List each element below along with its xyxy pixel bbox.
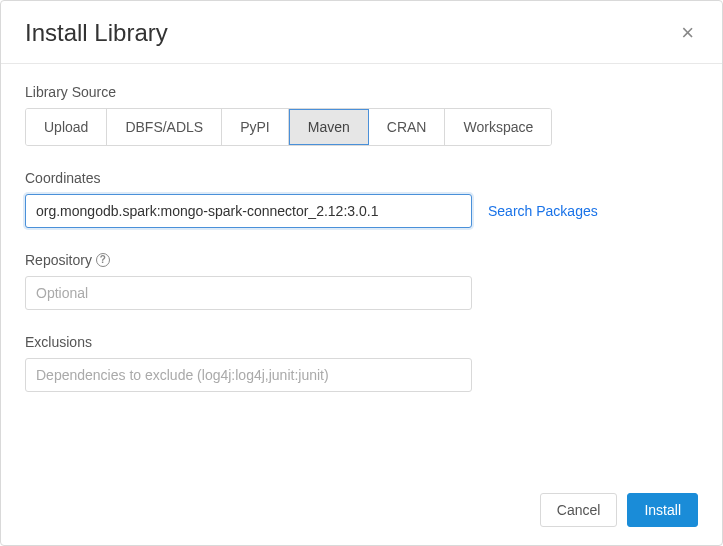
tab-dbfs-adls[interactable]: DBFS/ADLS [107,109,222,145]
coordinates-section: Coordinates Search Packages [25,170,698,228]
help-icon[interactable]: ? [96,253,110,267]
cancel-button[interactable]: Cancel [540,493,618,527]
coordinates-label: Coordinates [25,170,698,186]
repository-section: Repository ? [25,252,698,310]
install-button[interactable]: Install [627,493,698,527]
tab-workspace[interactable]: Workspace [445,109,551,145]
exclusions-input[interactable] [25,358,472,392]
library-source-tabs: Upload DBFS/ADLS PyPI Maven CRAN Workspa… [25,108,552,146]
coordinates-input[interactable] [25,194,472,228]
install-library-modal: Install Library × Library Source Upload … [0,0,723,546]
tab-upload[interactable]: Upload [26,109,107,145]
exclusions-label: Exclusions [25,334,698,350]
library-source-section: Library Source Upload DBFS/ADLS PyPI Mav… [25,84,698,146]
exclusions-section: Exclusions [25,334,698,392]
modal-body: Library Source Upload DBFS/ADLS PyPI Mav… [1,64,722,392]
repository-input[interactable] [25,276,472,310]
library-source-label: Library Source [25,84,698,100]
tab-pypi[interactable]: PyPI [222,109,289,145]
search-packages-link[interactable]: Search Packages [488,203,598,219]
coordinates-row: Search Packages [25,194,698,228]
repository-label: Repository ? [25,252,698,268]
tab-maven[interactable]: Maven [289,109,369,145]
modal-footer: Cancel Install [1,479,722,545]
tab-cran[interactable]: CRAN [369,109,446,145]
close-icon[interactable]: × [677,22,698,44]
repository-label-text: Repository [25,252,92,268]
modal-header: Install Library × [1,1,722,64]
modal-title: Install Library [25,19,168,47]
